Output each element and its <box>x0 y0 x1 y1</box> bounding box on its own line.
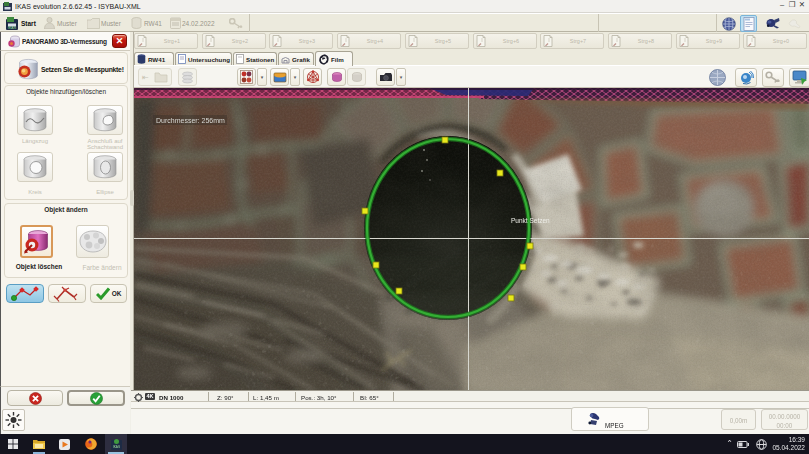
svg-text:Durchmesser: 256mm: Durchmesser: 256mm <box>156 117 225 124</box>
svg-text:⇤: ⇤ <box>142 73 149 82</box>
svg-text:IKAS: IKAS <box>8 25 17 29</box>
svg-text:Punkt Setzen: Punkt Setzen <box>511 217 550 224</box>
svg-text:IKAS: IKAS <box>113 445 120 449</box>
